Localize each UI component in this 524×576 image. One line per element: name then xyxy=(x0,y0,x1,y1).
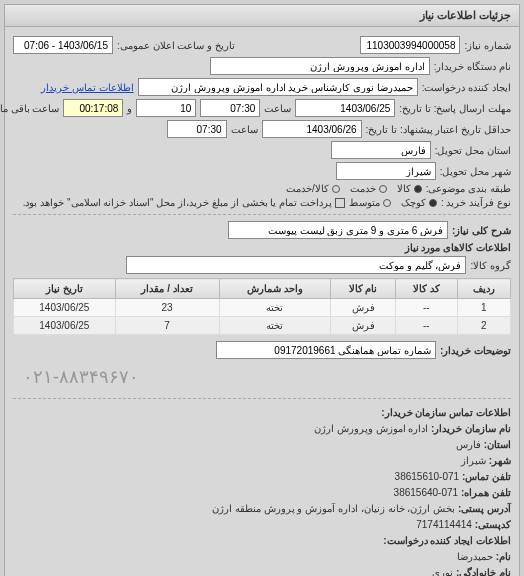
creator-label: ایجاد کننده درخواست: xyxy=(422,82,511,93)
cat-label: طبقه بندی موضوعی: xyxy=(426,183,511,194)
table-header: واحد شمارش xyxy=(219,279,331,299)
desc-input[interactable] xyxy=(228,221,448,239)
time-label-2: ساعت xyxy=(231,124,258,135)
items-header: اطلاعات کالاهای مورد نیاز xyxy=(405,242,511,253)
pay-checkbox[interactable]: پرداخت تمام یا بخشی از مبلغ خرید،از محل … xyxy=(23,197,345,208)
table-cell: 2 xyxy=(457,317,510,335)
group-input[interactable] xyxy=(126,256,466,274)
radio-off-icon xyxy=(379,185,387,193)
deadline-date-input[interactable] xyxy=(295,99,395,117)
req-num-input[interactable] xyxy=(360,36,460,54)
table-cell: فرش xyxy=(331,317,396,335)
panel-header: جزئیات اطلاعات نیاز xyxy=(5,5,519,27)
remain-label: ساعت باقی مانده xyxy=(0,103,59,114)
province-input[interactable] xyxy=(331,141,431,159)
table-cell: تخته xyxy=(219,317,331,335)
announce-label: تاریخ و ساعت اعلان عمومی: xyxy=(117,40,235,51)
contact-info: اطلاعات تماس سازمان خریدار: نام سازمان خ… xyxy=(13,405,511,576)
delivery-label: حداقل تاریخ اعتبار پیشنهاد: تا تاریخ: xyxy=(366,124,511,135)
table-cell: 7 xyxy=(115,317,219,335)
city-input[interactable] xyxy=(336,162,436,180)
table-row[interactable]: 1--فرشتخته231403/06/25 xyxy=(14,299,511,317)
items-table: ردیفکد کالانام کالاواحد شمارشتعداد / مقد… xyxy=(13,278,511,335)
creator-input[interactable] xyxy=(138,78,418,96)
table-cell: 1 xyxy=(457,299,510,317)
cat-radio-goods[interactable]: کالا xyxy=(397,183,422,194)
contact-link[interactable]: اطلاعات تماس خریدار xyxy=(41,82,134,93)
announce-input[interactable] xyxy=(13,36,113,54)
table-cell: 1403/06/25 xyxy=(14,317,116,335)
divider xyxy=(13,398,511,399)
radio-on-icon xyxy=(414,185,422,193)
radio-off-icon xyxy=(332,185,340,193)
radio-on-icon xyxy=(429,199,437,207)
deadline-label: مهلت ارسال پاسخ: تا تاریخ: xyxy=(399,103,511,114)
desc-label: شرح کلی نیاز: xyxy=(452,225,511,236)
checkbox-icon xyxy=(335,198,345,208)
cat-radio-group: کالا خدمت کالا/خدمت xyxy=(286,183,422,194)
table-cell: تخته xyxy=(219,299,331,317)
org-label: نام دستگاه خریدار: xyxy=(434,61,511,72)
proc-radio-group: کوچک متوسط xyxy=(349,197,437,208)
table-cell: 1403/06/25 xyxy=(14,299,116,317)
days-input[interactable] xyxy=(136,99,196,117)
proc-radio-medium[interactable]: متوسط xyxy=(349,197,391,208)
table-header: کد کالا xyxy=(396,279,458,299)
divider xyxy=(13,214,511,215)
req-num-label: شماره نیاز: xyxy=(464,40,511,51)
time-label-1: ساعت xyxy=(264,103,291,114)
table-header: نام کالا xyxy=(331,279,396,299)
province-label: استان محل تحویل: xyxy=(435,145,511,156)
delivery-time-input[interactable] xyxy=(167,120,227,138)
and-label: و xyxy=(127,103,132,114)
radio-off-icon xyxy=(383,199,391,207)
proc-radio-small[interactable]: کوچک xyxy=(401,197,437,208)
note-input[interactable] xyxy=(216,341,436,359)
table-header: ردیف xyxy=(457,279,510,299)
cat-radio-service[interactable]: خدمت xyxy=(350,183,387,194)
deadline-time-input[interactable] xyxy=(200,99,260,117)
city-label: شهر محل تحویل: xyxy=(440,166,511,177)
table-row[interactable]: 2--فرشتخته71403/06/25 xyxy=(14,317,511,335)
table-header: تعداد / مقدار xyxy=(115,279,219,299)
table-cell: فرش xyxy=(331,299,396,317)
remain-time-input[interactable] xyxy=(63,99,123,117)
table-header: تاریخ نیاز xyxy=(14,279,116,299)
note-label: توضیحات خریدار: xyxy=(440,345,511,356)
proc-label: نوع فرآیند خرید : xyxy=(441,197,511,208)
delivery-date-input[interactable] xyxy=(262,120,362,138)
org-input[interactable] xyxy=(210,57,430,75)
table-cell: -- xyxy=(396,299,458,317)
cat-radio-both[interactable]: کالا/خدمت xyxy=(286,183,340,194)
group-label: گروه کالا: xyxy=(470,260,511,271)
table-cell: -- xyxy=(396,317,458,335)
big-phone: ۰۲۱-۸۸۳۴۹۶۷۰ xyxy=(13,362,511,392)
table-cell: 23 xyxy=(115,299,219,317)
